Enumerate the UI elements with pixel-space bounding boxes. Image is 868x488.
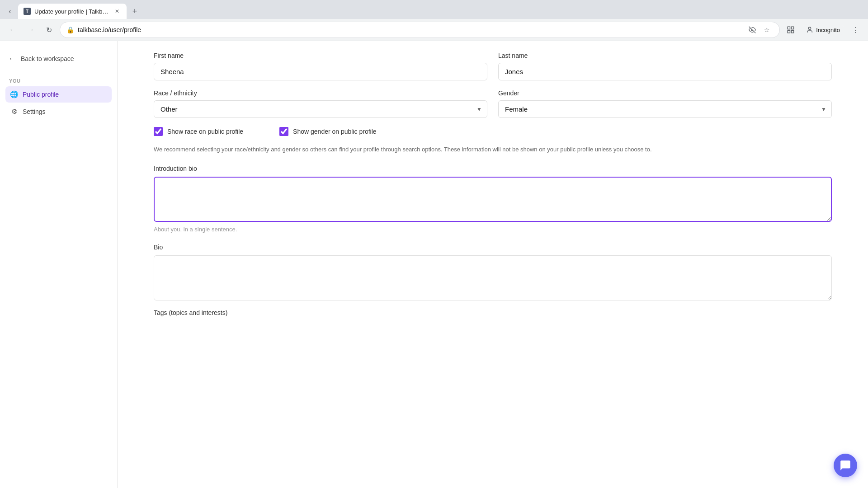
first-name-label: First name (154, 52, 487, 59)
svg-rect-4 (788, 31, 790, 33)
chat-icon (840, 460, 851, 471)
show-race-checkbox[interactable] (154, 127, 163, 136)
gender-select-wrapper: Female Male Non-binary Prefer not to say… (498, 100, 832, 118)
bio-section: Bio (154, 244, 832, 302)
race-gender-row: Race / ethnicity Other Asian Black or Af… (154, 89, 832, 118)
svg-rect-1 (788, 27, 790, 29)
svg-rect-2 (792, 27, 794, 29)
sidebar-public-profile-label: Public profile (23, 91, 59, 98)
race-ethnicity-label: Race / ethnicity (154, 89, 487, 97)
address-bar-actions: ☆ (746, 23, 773, 36)
back-nav-btn[interactable]: ← (5, 23, 20, 37)
tab-back-btn[interactable]: ‹ (4, 5, 16, 18)
race-ethnicity-group: Race / ethnicity Other Asian Black or Af… (154, 89, 487, 118)
intro-bio-label: Introduction bio (154, 165, 832, 172)
tab-bar: ‹ T Update your profile | Talkbase.i... … (0, 0, 868, 19)
tab-favicon: T (24, 8, 31, 15)
intro-bio-textarea[interactable] (154, 177, 832, 222)
incognito-label: Incognito (816, 27, 840, 33)
address-bar-row: ← → ↻ 🔒 talkbase.io/user/profile ☆ Incog… (0, 19, 868, 41)
show-gender-row: Show gender on public profile (279, 127, 376, 136)
extensions-btn[interactable] (783, 23, 798, 37)
back-link-label: Back to workspace (21, 55, 74, 62)
name-row: First name Last name (154, 52, 832, 80)
reload-btn[interactable]: ↻ (42, 23, 56, 37)
star-icon[interactable]: ☆ (760, 23, 773, 36)
address-bar[interactable]: 🔒 talkbase.io/user/profile ☆ (60, 22, 780, 38)
show-race-row: Show race on public profile (154, 127, 243, 136)
first-name-group: First name (154, 52, 487, 80)
sidebar: ← Back to workspace YOU 🌐 Public profile… (0, 41, 118, 488)
show-gender-checkbox[interactable] (279, 127, 288, 136)
sidebar-item-settings[interactable]: ⚙ Settings (5, 103, 112, 120)
gender-select[interactable]: Female Male Non-binary Prefer not to say… (498, 100, 832, 118)
show-gender-label: Show gender on public profile (293, 128, 376, 135)
svg-point-5 (809, 27, 811, 29)
race-ethnicity-select[interactable]: Other Asian Black or African American Hi… (154, 100, 487, 118)
gender-label: Gender (498, 89, 832, 97)
eye-off-icon[interactable] (746, 23, 759, 36)
race-gender-info-text: We recommend selecting your race/ethnici… (154, 145, 832, 154)
bio-label: Bio (154, 244, 832, 251)
first-name-input[interactable] (154, 63, 487, 80)
checkbox-pair: Show race on public profile Show gender … (154, 127, 832, 138)
main-content: First name Last name Race / ethnicity Ot… (118, 41, 868, 488)
browser-chrome: ‹ T Update your profile | Talkbase.i... … (0, 0, 868, 41)
globe-icon: 🌐 (10, 90, 18, 99)
back-arrow-icon: ← (7, 54, 17, 64)
tab-title: Update your profile | Talkbase.i... (34, 8, 109, 15)
intro-bio-section: Introduction bio About you, in a single … (154, 165, 832, 233)
lock-icon: 🔒 (66, 26, 74, 33)
last-name-label: Last name (498, 52, 832, 59)
tags-label: Tags (topics and interests) (154, 309, 832, 316)
forward-nav-btn[interactable]: → (24, 23, 38, 37)
incognito-badge: Incognito (802, 24, 844, 35)
bio-textarea[interactable] (154, 255, 832, 300)
tags-section: Tags (topics and interests) (154, 309, 832, 316)
chat-bubble-btn[interactable] (834, 454, 857, 477)
new-tab-btn[interactable]: + (128, 5, 141, 18)
back-to-workspace-link[interactable]: ← Back to workspace (5, 50, 112, 67)
tab-close-btn[interactable]: ✕ (113, 7, 121, 15)
app-layout: ← Back to workspace YOU 🌐 Public profile… (0, 41, 868, 488)
gear-icon: ⚙ (10, 108, 18, 116)
sidebar-section-label: YOU (5, 78, 112, 84)
more-options-btn[interactable]: ⋮ (848, 23, 863, 37)
gender-group: Gender Female Male Non-binary Prefer not… (498, 89, 832, 118)
last-name-group: Last name (498, 52, 832, 80)
url-display: talkbase.io/user/profile (78, 26, 742, 33)
active-tab[interactable]: T Update your profile | Talkbase.i... ✕ (18, 4, 127, 19)
show-race-label: Show race on public profile (167, 128, 243, 135)
sidebar-item-public-profile[interactable]: 🌐 Public profile (5, 86, 112, 103)
race-select-wrapper: Other Asian Black or African American Hi… (154, 100, 487, 118)
last-name-input[interactable] (498, 63, 832, 80)
sidebar-settings-label: Settings (23, 108, 46, 115)
intro-bio-hint: About you, in a single sentence. (154, 226, 832, 233)
svg-rect-3 (792, 31, 794, 33)
